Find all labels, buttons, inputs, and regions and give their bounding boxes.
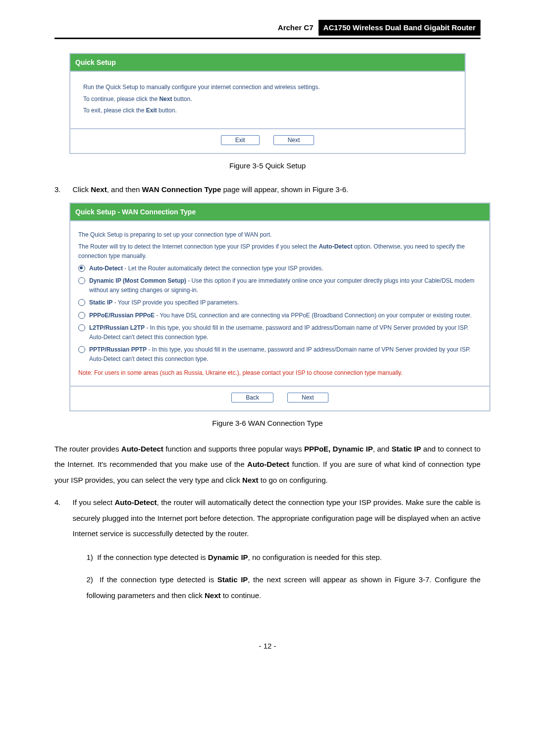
option-label: PPTP/Russian PPTP - In this type, you sh… bbox=[89, 345, 482, 364]
option-label: L2TP/Russian L2TP - In this type, you sh… bbox=[89, 323, 482, 342]
radio-icon bbox=[78, 312, 85, 319]
step-4-content: If you select Auto-Detect, the router wi… bbox=[73, 495, 481, 542]
b: PPPoE/Russian PPPoE bbox=[89, 312, 155, 319]
b: Next bbox=[91, 185, 107, 194]
next-button[interactable]: Next bbox=[287, 393, 328, 403]
sub-step-2: 2) If the connection type detected is St… bbox=[87, 572, 481, 603]
qs-line1: Run the Quick Setup to manually configur… bbox=[83, 83, 452, 92]
qs-line2-b: Next bbox=[159, 96, 172, 102]
b: Static IP bbox=[392, 445, 421, 453]
doc-header: Archer C7 AC1750 Wireless Dual Band Giga… bbox=[54, 20, 481, 36]
paragraph-auto-detect: The router provides Auto-Detect function… bbox=[54, 441, 481, 488]
figure-caption-3-5: Figure 3-5 Quick Setup bbox=[54, 160, 481, 172]
option-pptp[interactable]: PPTP/Russian PPTP - In this type, you sh… bbox=[78, 345, 482, 364]
exit-button[interactable]: Exit bbox=[221, 135, 260, 145]
t: Click bbox=[73, 185, 91, 194]
t: - Your ISP provide you specified IP para… bbox=[112, 299, 239, 306]
qs-line3: To exit, please click the Exit button. bbox=[83, 106, 452, 115]
b: Auto-Detect bbox=[121, 445, 163, 453]
option-label: PPPoE/Russian PPPoE - You have DSL conne… bbox=[89, 311, 482, 320]
page-number: - 12 - bbox=[54, 640, 481, 652]
quick-setup-panel: Quick Setup Run the Quick Setup to manua… bbox=[69, 53, 466, 154]
t: , no configuration is needed for this st… bbox=[248, 553, 382, 561]
radio-icon bbox=[78, 299, 85, 306]
option-auto-detect[interactable]: Auto-Detect - Let the Router automatical… bbox=[78, 264, 482, 273]
radio-icon bbox=[78, 265, 85, 272]
b: Next bbox=[205, 591, 221, 600]
radio-icon bbox=[78, 324, 85, 331]
panel-title: Quick Setup bbox=[70, 54, 465, 71]
product-title: AC1750 Wireless Dual Band Gigabit Router bbox=[319, 20, 481, 36]
header-divider bbox=[54, 38, 481, 39]
t: If you select bbox=[73, 498, 115, 506]
b: Auto-Detect bbox=[89, 265, 123, 272]
b: WAN Connection Type bbox=[142, 185, 221, 194]
back-button[interactable]: Back bbox=[231, 393, 273, 403]
option-static-ip[interactable]: Static IP - Your ISP provide you specifi… bbox=[78, 298, 482, 307]
radio-icon bbox=[78, 346, 85, 353]
b: Static IP bbox=[89, 299, 112, 306]
wan-intro2: The Router will try to detect the Intern… bbox=[78, 242, 482, 261]
option-dynamic-ip[interactable]: Dynamic IP (Most Common Setup) - Use thi… bbox=[78, 276, 482, 295]
t: The Router will try to detect the Intern… bbox=[78, 243, 319, 250]
step-4: 4. If you select Auto-Detect, the router… bbox=[54, 495, 481, 610]
t: If the connection type detected is bbox=[100, 575, 217, 584]
b: PPTP/Russian PPTP bbox=[89, 346, 147, 353]
t: If the connection type detected is bbox=[97, 553, 208, 561]
b: Static IP bbox=[217, 575, 248, 584]
t: to continue. bbox=[221, 591, 262, 600]
step-3-content: Click Next, and then WAN Connection Type… bbox=[73, 184, 349, 196]
wan-connection-panel: Quick Setup - WAN Connection Type The Qu… bbox=[69, 202, 490, 411]
t: function and supports three popular ways bbox=[163, 445, 304, 453]
b: Dynamic IP bbox=[208, 553, 248, 561]
sub-step-1: 1) If the connection type detected is Dy… bbox=[87, 550, 481, 565]
marker: 2) bbox=[87, 575, 93, 584]
option-l2tp[interactable]: L2TP/Russian L2TP - In this type, you sh… bbox=[78, 323, 482, 342]
radio-icon bbox=[78, 277, 85, 284]
wan-intro1: The Quick Setup is preparing to set up y… bbox=[78, 230, 482, 240]
t: page will appear, shown in Figure 3-6. bbox=[221, 185, 348, 194]
b: PPPoE, Dynamic IP bbox=[304, 445, 373, 453]
next-button[interactable]: Next bbox=[273, 135, 315, 145]
t: , and then bbox=[107, 185, 142, 194]
t: , and bbox=[373, 445, 392, 453]
b: L2TP/Russian L2TP bbox=[89, 324, 145, 331]
qs-line3-post: button. bbox=[157, 107, 177, 114]
t: to go on configuring. bbox=[259, 476, 328, 484]
qs-line3-b: Exit bbox=[146, 107, 157, 114]
panel-title: Quick Setup - WAN Connection Type bbox=[70, 203, 489, 220]
t: The router provides bbox=[54, 445, 121, 453]
t: - In this type, you should fill in the u… bbox=[89, 324, 469, 341]
model-name: Archer C7 bbox=[273, 20, 319, 36]
step-3-marker: 3. bbox=[54, 184, 61, 196]
option-label: Static IP - Your ISP provide you specifi… bbox=[89, 298, 482, 307]
option-label: Dynamic IP (Most Common Setup) - Use thi… bbox=[89, 276, 482, 295]
qs-line2: To continue, please click the Next butto… bbox=[83, 95, 452, 104]
b: Auto-Detect bbox=[115, 498, 157, 506]
step-4-marker: 4. bbox=[54, 495, 61, 610]
note-text: Note: For users in some areas (such as R… bbox=[78, 368, 482, 378]
option-pppoe[interactable]: PPPoE/Russian PPPoE - You have DSL conne… bbox=[78, 311, 482, 320]
b: Auto-Detect bbox=[247, 460, 289, 468]
t: - In this type, you should fill in the u… bbox=[89, 346, 471, 362]
b: Next bbox=[242, 476, 259, 484]
b: Dynamic IP (Most Common Setup) bbox=[89, 277, 186, 284]
marker: 1) bbox=[87, 553, 93, 561]
figure-caption-3-6: Figure 3-6 WAN Connection Type bbox=[54, 417, 481, 429]
qs-line2-post: button. bbox=[172, 96, 192, 102]
b: Auto-Detect bbox=[319, 243, 352, 250]
t: - Let the Router automatically detect th… bbox=[123, 265, 323, 272]
qs-line2-pre: To continue, please click the bbox=[83, 96, 159, 102]
qs-line3-pre: To exit, please click the bbox=[83, 107, 146, 114]
option-label: Auto-Detect - Let the Router automatical… bbox=[89, 264, 482, 273]
step-3-text: 3. Click Next, and then WAN Connection T… bbox=[54, 184, 481, 196]
t: - You have DSL connection and are connec… bbox=[155, 312, 472, 319]
